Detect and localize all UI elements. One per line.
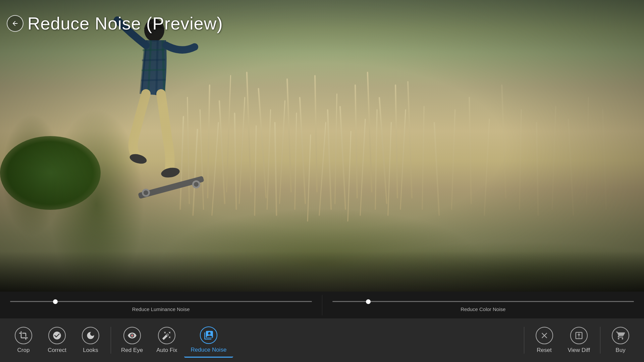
tool-red-eye[interactable]: Red Eye [114,323,150,357]
luminance-thumb[interactable] [53,299,58,304]
reset-icon [536,327,553,344]
divider-left [111,327,111,354]
red-eye-icon [123,327,141,344]
tool-looks[interactable]: Looks [74,323,107,357]
buy-icon [612,327,629,344]
view-diff-icon [570,327,588,344]
svg-point-19 [208,335,209,336]
tool-buy[interactable]: Buy [604,323,637,357]
buy-label: Buy [615,347,625,354]
page-title: Reduce Noise (Preview) [28,13,223,34]
luminance-noise-slider[interactable] [10,298,312,305]
tool-correct[interactable]: Correct [40,323,74,357]
crop-icon [15,327,32,344]
red-eye-label: Red Eye [121,347,143,354]
svg-point-17 [207,333,208,334]
photo-canvas: Reduce Noise (Preview) [0,0,644,292]
tool-crop[interactable]: Crop [7,323,40,357]
reset-label: Reset [537,347,551,354]
back-button[interactable] [7,15,23,32]
view-diff-label: View Diff [568,347,590,354]
correct-label: Correct [48,347,66,354]
crop-label: Crop [17,347,30,354]
color-noise-slider[interactable] [332,298,634,305]
svg-point-18 [209,334,210,335]
correct-icon [48,327,66,344]
color-thumb[interactable] [366,299,371,304]
photo-bottom-fade [0,251,644,292]
auto-fix-label: Auto Fix [156,347,177,354]
auto-fix-icon [158,327,175,344]
svg-point-16 [131,335,133,337]
sliders-panel: Reduce Luminance Noise Reduce Color Nois… [0,292,644,318]
divider-buy [600,327,600,354]
title-bar: Reduce Noise (Preview) [7,13,223,34]
looks-label: Looks [83,347,98,354]
tool-reduce-noise[interactable]: Reduce Noise [184,323,233,358]
looks-icon [82,327,99,344]
reduce-noise-icon [200,326,217,344]
color-noise-slider-group: Reduce Color Noise [322,295,644,315]
luminance-label: Reduce Luminance Noise [132,306,190,312]
luminance-noise-slider-group: Reduce Luminance Noise [0,295,322,315]
tool-auto-fix[interactable]: Auto Fix [150,323,184,357]
toolbar: Crop Correct Looks Red Eye [0,318,644,362]
tool-view-diff[interactable]: View Diff [561,323,597,357]
photo-overlay [0,0,644,292]
color-label: Reduce Color Noise [461,306,505,312]
reduce-noise-label: Reduce Noise [191,347,227,353]
color-track [332,301,634,302]
svg-point-20 [210,333,211,334]
divider-right [524,327,524,354]
tool-reset[interactable]: Reset [528,323,561,357]
